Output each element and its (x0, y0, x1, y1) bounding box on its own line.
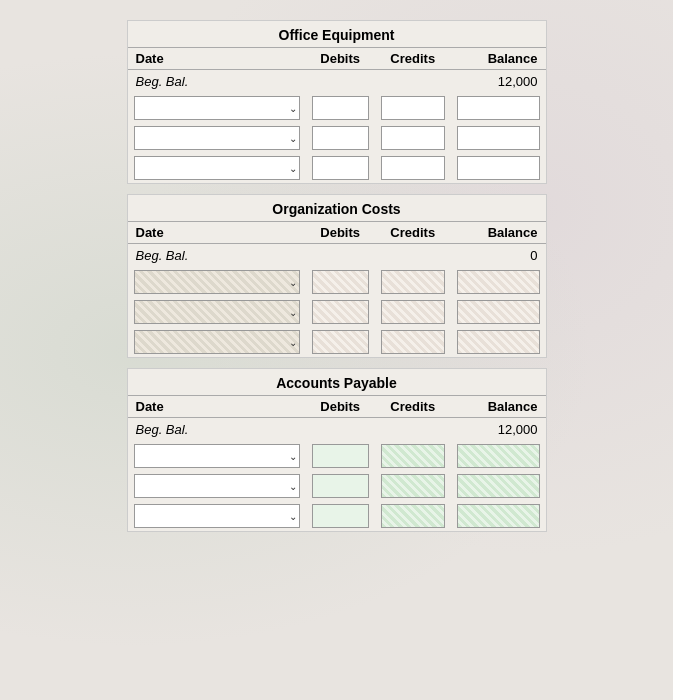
chevron-down-icon[interactable]: ⌄ (287, 451, 297, 462)
oc-balance-input-3[interactable] (457, 330, 540, 354)
oe-credit-input-1[interactable] (381, 96, 445, 120)
oe-debit-input-1[interactable] (312, 96, 369, 120)
ap-balance-input-2[interactable] (457, 474, 540, 498)
oc-credit-cell-3 (375, 327, 451, 357)
oc-date-cell-2: ⌄ (128, 297, 306, 327)
oe-debit-input-2[interactable] (312, 126, 369, 150)
chevron-down-icon[interactable]: ⌄ (287, 277, 297, 288)
oc-debit-input-3[interactable] (312, 330, 369, 354)
oc-header-balance: Balance (451, 222, 546, 244)
oe-header-balance: Balance (451, 48, 546, 70)
oc-date-wrapper-3: ⌄ (134, 330, 300, 354)
oc-date-input-3[interactable] (137, 335, 287, 349)
ap-date-wrapper-3: ⌄ (134, 504, 300, 528)
ap-date-cell-2: ⌄ (128, 471, 306, 501)
ap-debit-input-3[interactable] (312, 504, 369, 528)
ap-beg-bal-row: Beg. Bal. 12,000 (128, 418, 546, 442)
oc-beg-bal-row: Beg. Bal. 0 (128, 244, 546, 268)
table-row: ⌄ (128, 297, 546, 327)
oe-date-input-2[interactable] (137, 131, 287, 145)
accounts-payable-title: Accounts Payable (128, 369, 546, 395)
ap-date-input-3[interactable] (137, 509, 287, 523)
oe-debit-cell-3 (306, 153, 375, 183)
ap-credit-input-2[interactable] (381, 474, 445, 498)
chevron-down-icon[interactable]: ⌄ (287, 163, 297, 174)
ap-date-cell-1: ⌄ (128, 441, 306, 471)
organization-costs-title: Organization Costs (128, 195, 546, 221)
oc-credit-input-2[interactable] (381, 300, 445, 324)
chevron-down-icon[interactable]: ⌄ (287, 337, 297, 348)
chevron-down-icon[interactable]: ⌄ (287, 481, 297, 492)
oe-debit-cell-1 (306, 93, 375, 123)
oc-credit-cell-1 (375, 267, 451, 297)
oe-credit-cell-3 (375, 153, 451, 183)
ap-header-credits: Credits (375, 396, 451, 418)
oc-beg-bal-value: 0 (451, 244, 546, 268)
oe-header-date: Date (128, 48, 306, 70)
oe-date-cell-1: ⌄ (128, 93, 306, 123)
ap-credit-input-1[interactable] (381, 444, 445, 468)
oe-date-wrapper-1: ⌄ (134, 96, 300, 120)
organization-costs-section: Organization Costs Date Debits Credits B… (127, 194, 547, 358)
table-row: ⌄ (128, 441, 546, 471)
oc-beg-bal-label: Beg. Bal. (128, 244, 451, 268)
oe-date-wrapper-2: ⌄ (134, 126, 300, 150)
oe-balance-input-3[interactable] (457, 156, 540, 180)
oe-date-cell-2: ⌄ (128, 123, 306, 153)
oe-date-wrapper-3: ⌄ (134, 156, 300, 180)
oc-header-credits: Credits (375, 222, 451, 244)
oc-debit-cell-1 (306, 267, 375, 297)
ap-credit-cell-3 (375, 501, 451, 531)
oc-credit-input-1[interactable] (381, 270, 445, 294)
oe-beg-bal-label: Beg. Bal. (128, 70, 451, 94)
table-row: ⌄ (128, 153, 546, 183)
oe-credit-input-2[interactable] (381, 126, 445, 150)
chevron-down-icon[interactable]: ⌄ (287, 307, 297, 318)
oc-balance-input-1[interactable] (457, 270, 540, 294)
oc-debit-input-2[interactable] (312, 300, 369, 324)
chevron-down-icon[interactable]: ⌄ (287, 133, 297, 144)
oe-beg-bal-value: 12,000 (451, 70, 546, 94)
table-row: ⌄ (128, 471, 546, 501)
oc-credit-cell-2 (375, 297, 451, 327)
oe-debit-input-3[interactable] (312, 156, 369, 180)
oc-balance-input-2[interactable] (457, 300, 540, 324)
ap-debit-cell-1 (306, 441, 375, 471)
chevron-down-icon[interactable]: ⌄ (287, 103, 297, 114)
oe-date-input-1[interactable] (137, 101, 287, 115)
oe-balance-input-1[interactable] (457, 96, 540, 120)
ap-date-wrapper-1: ⌄ (134, 444, 300, 468)
ap-debit-input-1[interactable] (312, 444, 369, 468)
ap-beg-bal-label: Beg. Bal. (128, 418, 451, 442)
ap-credit-input-3[interactable] (381, 504, 445, 528)
ap-debit-cell-2 (306, 471, 375, 501)
oe-date-input-3[interactable] (137, 161, 287, 175)
ap-header-date: Date (128, 396, 306, 418)
chevron-down-icon[interactable]: ⌄ (287, 511, 297, 522)
accounts-payable-section: Accounts Payable Date Debits Credits Bal… (127, 368, 547, 532)
office-equipment-section: Office Equipment Date Debits Credits Bal… (127, 20, 547, 184)
ap-balance-input-1[interactable] (457, 444, 540, 468)
ap-date-input-1[interactable] (137, 449, 287, 463)
oe-beg-bal-row: Beg. Bal. 12,000 (128, 70, 546, 94)
oc-debit-input-1[interactable] (312, 270, 369, 294)
table-row: ⌄ (128, 267, 546, 297)
ap-balance-input-3[interactable] (457, 504, 540, 528)
table-row: ⌄ (128, 123, 546, 153)
ap-credit-cell-2 (375, 471, 451, 501)
oc-date-input-2[interactable] (137, 305, 287, 319)
oe-credit-input-3[interactable] (381, 156, 445, 180)
oe-date-cell-3: ⌄ (128, 153, 306, 183)
oe-header-debits: Debits (306, 48, 375, 70)
ap-balance-cell-2 (451, 471, 546, 501)
oc-debit-cell-2 (306, 297, 375, 327)
oc-credit-input-3[interactable] (381, 330, 445, 354)
ap-date-input-2[interactable] (137, 479, 287, 493)
oe-balance-cell-3 (451, 153, 546, 183)
oe-balance-input-2[interactable] (457, 126, 540, 150)
oc-balance-cell-1 (451, 267, 546, 297)
oc-date-wrapper-2: ⌄ (134, 300, 300, 324)
oc-date-cell-1: ⌄ (128, 267, 306, 297)
oc-date-input-1[interactable] (137, 275, 287, 289)
ap-debit-input-2[interactable] (312, 474, 369, 498)
